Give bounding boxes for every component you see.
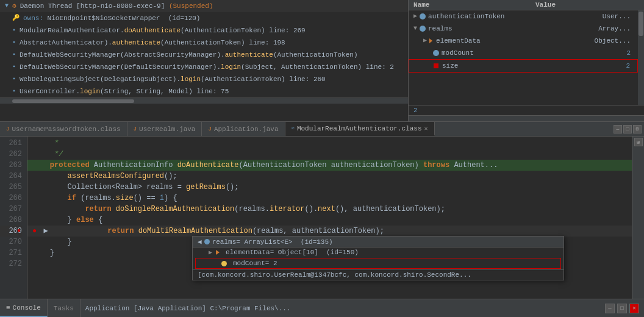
variables-scrollbar-h[interactable] [409,115,644,121]
var-row-elementdata[interactable]: ▶ elementData Object... [409,35,638,47]
tasks-tab[interactable]: Tasks [48,299,80,317]
ln-272: 272 [0,258,22,269]
var-row-authtoken[interactable]: ▶ authenticationToken User... [409,10,638,23]
var-name-authtoken: authenticationToken [428,12,544,21]
scrollbar-thumb-h[interactable] [12,99,134,103]
tasks-label: Tasks [54,305,74,312]
ln-271: 271 [0,248,22,258]
var-row-modcount[interactable]: modCount 2 [409,47,638,59]
ln-262: 262 [0,149,22,160]
ln-264: 264 [0,171,22,182]
scrollbar-thumb-v[interactable] [639,12,643,36]
code-line-269: ● ▶ return doMultiRealmAuthentication(re… [27,226,632,237]
thread-item[interactable]: ▼ ⚙ Daemon Thread [http-nio-8080-exec-9]… [0,0,408,12]
frame-text-5: WebDelegatingSubject(DelegatingSubject).… [20,74,326,84]
console-tab[interactable]: ≡ Console [0,299,48,317]
key-icon: 🔑 [12,13,20,23]
java-icon-3: J [208,126,211,132]
code-line-263: protected AuthenticationInfo doAuthentic… [27,160,632,171]
stack-trace-scrollbar-h[interactable] [0,98,408,104]
tab-modularrealm[interactable]: ≈ ModularRealmAuthenticator.class ✕ [285,122,435,136]
frame-item-2[interactable]: ▪ AbstractAuthenticator).authenticate(Au… [0,37,408,49]
bottom-close-btn[interactable]: ✕ [629,304,639,313]
bottom-maximize-btn[interactable]: □ [617,304,627,313]
frame-icon-1: ▪ [12,26,16,35]
expand-icon-elementdata: ▶ [423,36,427,46]
var-col-value: Value [535,1,639,9]
ln-265: 265 [0,182,22,193]
frame-item-5[interactable]: ▪ WebDelegatingSubject(DelegatingSubject… [0,73,408,85]
line-265-content: Collection<Realm> realms = getRealms(); [32,183,238,191]
variables-rows-container: ▶ authenticationToken User... ▼ realms A… [409,10,644,105]
tab-usernamepasswordtoken[interactable]: J UsernamePasswordToken.class [0,122,127,136]
line-269-content: return doMultiRealmAuthentication(realms… [55,227,384,235]
maximize-editor-btn[interactable]: □ [623,125,632,134]
frame-item-3[interactable]: ▪ DefaultWebSecurityManager(AbstractSecu… [0,49,408,61]
frame-icon-5: ▪ [12,74,16,84]
var-name-realms: realms [428,24,544,34]
tab-label-1: UsernamePasswordToken.class [12,126,120,133]
class-icon-4: ≈ [292,126,295,132]
var-value-elementdata: Object... [554,36,633,46]
var-icon-modcount [433,50,439,56]
frame-icon-4: ▪ [12,62,16,72]
bottom-minimize-btn[interactable]: — [605,304,615,313]
comment-261: * [32,139,59,148]
var-name-elementdata: elementData [436,36,552,46]
tab-application[interactable]: J Application.java [202,122,285,136]
bottom-controls: — □ ✕ [605,304,644,313]
frame-item-6[interactable]: ▪ UserController.login(String, String, M… [0,85,408,98]
line-270-content: } [32,238,72,246]
tab-label-3: Application.java [214,126,279,133]
editor-tab-controls: — □ ⊞ [614,122,644,136]
layout-btn[interactable]: ⊞ [633,125,642,134]
popup-footer: [com.koncord.shiro.UserRealm@1347bcfc, c… [193,269,564,280]
triangle-icon-popup [216,250,220,255]
line-263-content: protected AuthenticationInfo doAuthentic… [32,161,498,169]
frame-icon-3: ▪ [12,50,16,60]
code-area[interactable]: * */ protected AuthenticationInfo doAuth… [27,137,632,299]
stack-trace-panel: ▼ ⚙ Daemon Thread [http-nio-8080-exec-9]… [0,0,409,121]
java-icon-2: J [134,126,137,132]
popup-expand-elementdata: ▶ [209,249,212,256]
code-line-267: return doSingleRealmAuthentication(realm… [27,204,632,215]
popup-icon [204,239,210,244]
popup-row-modcount[interactable]: modCount= 2 [195,258,561,269]
code-line-265: Collection<Realm> realms = getRealms(); [27,182,632,193]
popup-elementdata-text: elementData= Object[10] (id=150) [226,249,359,256]
variables-scrollbar-v[interactable] [638,10,644,105]
popup-footer-text: [com.koncord.shiro.UserRealm@1347bcfc, c… [198,271,471,279]
code-line-261: * [27,138,632,149]
bottom-status-text: Application [Java Application] C:\Progra… [80,304,296,313]
code-line-266: if (realms.size() == 1) { [27,193,632,204]
var-row-realms[interactable]: ▼ realms Array... [409,23,638,35]
owns-item[interactable]: 🔑 owns: NioEndpoint$NioSocketWrapper (id… [0,12,408,24]
ln-269: 269 [0,226,22,237]
line-264-content: assertRealmsConfigured(); [32,172,177,180]
frame-item-1[interactable]: ▪ ModularRealmAuthenticator.doAuthentica… [0,24,408,37]
editor-tabs: J UsernamePasswordToken.class J UserReal… [0,122,644,137]
frame-item-4[interactable]: ▪ DefaultWebSecurityManager(DefaultSecur… [0,61,408,73]
var-icon-authtoken [420,13,426,20]
ln-270: 270 [0,237,22,248]
popup-icon-modcount [221,261,227,266]
close-icon-tab[interactable]: ✕ [424,125,428,132]
code-line-264: assertRealmsConfigured(); [27,171,632,182]
var-row-size[interactable]: size 2 [409,59,638,73]
tab-label-4: ModularRealmAuthenticator.class [297,125,422,132]
var-value-modcount: 2 [560,48,633,58]
variables-rows: ▶ authenticationToken User... ▼ realms A… [409,10,638,105]
minimize-editor-btn[interactable]: — [614,125,622,134]
editor-ctrl-btn-1[interactable]: ⊞ [634,138,643,146]
debug-value-row: 2 [409,105,644,115]
editor-section: J UsernamePasswordToken.class J UserReal… [0,122,644,299]
popup-row-elementdata[interactable]: ▶ elementData= Object[10] (id=150) [193,248,564,257]
console-label: Console [13,304,41,312]
java-icon-1: J [6,126,9,132]
ln-263: 263 [0,160,22,171]
variables-header: Name Value [409,0,644,10]
tab-userrealm[interactable]: J UserRealm.java [127,122,202,136]
ln-268: 268 [0,215,22,226]
var-name-modcount: modCount [442,48,557,58]
current-indicator: ▶ [43,227,48,235]
